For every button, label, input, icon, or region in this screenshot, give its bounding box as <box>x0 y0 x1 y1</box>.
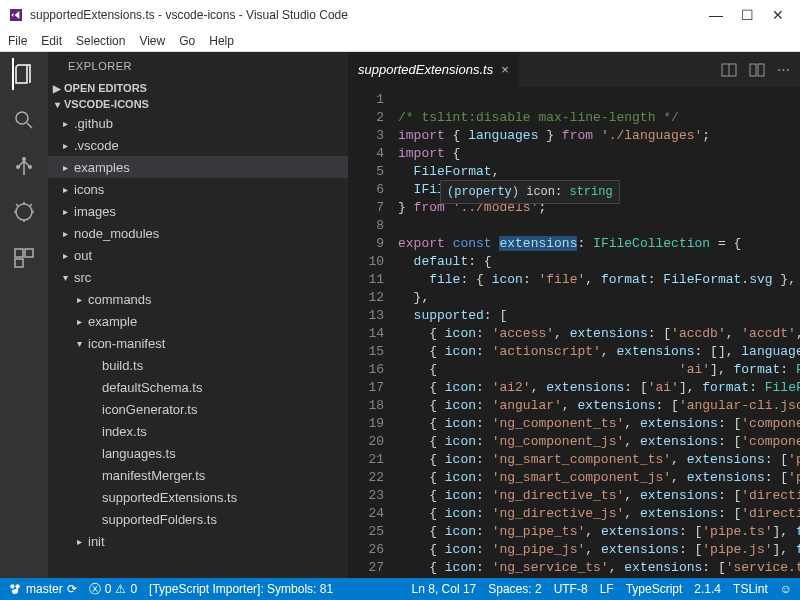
minimize-button[interactable]: — <box>709 7 723 23</box>
feedback-icon[interactable]: ☺ <box>780 582 792 596</box>
line-number: 17 <box>348 379 384 397</box>
folder-item[interactable]: ▸init <box>48 530 348 552</box>
close-window-button[interactable]: ✕ <box>772 7 784 23</box>
activity-explorer-icon[interactable] <box>12 62 36 86</box>
file-item[interactable]: supportedFolders.ts <box>48 508 348 530</box>
split-editor-icon[interactable] <box>721 62 737 78</box>
line-number: 22 <box>348 469 384 487</box>
folder-item[interactable]: ▸out <box>48 244 348 266</box>
sidebar: EXPLORER ▶ OPEN EDITORS ▾ VSCODE-ICONS ▸… <box>48 52 348 578</box>
line-numbers: 1234567891011121314151617181920212223242… <box>348 87 398 578</box>
file-item[interactable]: index.ts <box>48 420 348 442</box>
line-number: 20 <box>348 433 384 451</box>
cursor-position[interactable]: Ln 8, Col 17 <box>412 582 477 596</box>
folder-item[interactable]: ▸example <box>48 310 348 332</box>
item-label: manifestMerger.ts <box>100 468 205 483</box>
line-number: 7 <box>348 199 384 217</box>
hover-type: string <box>569 185 612 199</box>
folder-item[interactable]: ▸examples <box>48 156 348 178</box>
folder-item[interactable]: ▸icons <box>48 178 348 200</box>
eol[interactable]: LF <box>600 582 614 596</box>
folder-item[interactable]: ▸.vscode <box>48 134 348 156</box>
activity-debug-icon[interactable] <box>12 200 36 224</box>
svg-point-4 <box>16 204 32 220</box>
svg-rect-5 <box>15 249 23 257</box>
item-label: icon-manifest <box>86 336 165 351</box>
svg-point-3 <box>16 165 20 169</box>
item-label: example <box>86 314 137 329</box>
close-icon[interactable]: × <box>501 62 509 77</box>
code-editor[interactable]: 1234567891011121314151617181920212223242… <box>348 87 800 578</box>
activity-search-icon[interactable] <box>12 108 36 132</box>
svg-rect-7 <box>15 259 23 267</box>
item-label: .vscode <box>72 138 119 153</box>
svg-point-1 <box>22 157 26 161</box>
workbench: EXPLORER ▶ OPEN EDITORS ▾ VSCODE-ICONS ▸… <box>0 52 800 578</box>
ts-importer-status[interactable]: [TypeScript Importer]: Symbols: 81 <box>149 582 333 596</box>
menu-selection[interactable]: Selection <box>76 34 125 48</box>
tab-label: supportedExtensions.ts <box>358 62 493 77</box>
maximize-button[interactable]: ☐ <box>741 7 754 23</box>
item-label: index.ts <box>100 424 147 439</box>
warning-count: 0 <box>130 582 137 596</box>
line-number: 23 <box>348 487 384 505</box>
menu-edit[interactable]: Edit <box>41 34 62 48</box>
file-item[interactable]: manifestMerger.ts <box>48 464 348 486</box>
section-project[interactable]: ▾ VSCODE-ICONS <box>48 96 348 112</box>
more-icon[interactable]: ⋯ <box>777 62 790 78</box>
problems[interactable]: ⓧ0 ⚠0 <box>89 581 137 598</box>
chevron-right-icon: ▶ <box>50 83 64 94</box>
line-number: 14 <box>348 325 384 343</box>
code-content[interactable]: /* tslint:disable max-line-length */ imp… <box>398 87 800 578</box>
warning-icon: ⚠ <box>115 582 126 596</box>
line-number: 5 <box>348 163 384 181</box>
language-mode[interactable]: TypeScript <box>626 582 683 596</box>
tslint-status[interactable]: TSLint <box>733 582 768 596</box>
line-number: 13 <box>348 307 384 325</box>
git-branch[interactable]: master ⟳ <box>8 582 77 596</box>
item-label: init <box>86 534 105 549</box>
section-label: VSCODE-ICONS <box>64 98 149 110</box>
item-label: images <box>72 204 116 219</box>
file-item[interactable]: languages.ts <box>48 442 348 464</box>
sync-icon[interactable]: ⟳ <box>67 582 77 596</box>
chevron-right-icon: ▸ <box>58 140 72 151</box>
line-number: 26 <box>348 541 384 559</box>
line-number: 10 <box>348 253 384 271</box>
section-open-editors[interactable]: ▶ OPEN EDITORS <box>48 80 348 96</box>
menu-go[interactable]: Go <box>179 34 195 48</box>
file-item[interactable]: build.ts <box>48 354 348 376</box>
line-number: 27 <box>348 559 384 577</box>
layout-icon[interactable] <box>749 62 765 78</box>
folder-item[interactable]: ▸commands <box>48 288 348 310</box>
folder-item[interactable]: ▾src <box>48 266 348 288</box>
chevron-right-icon: ▸ <box>72 294 86 305</box>
file-item[interactable]: supportedExtensions.ts <box>48 486 348 508</box>
ts-version[interactable]: 2.1.4 <box>694 582 721 596</box>
window-title: supportedExtensions.ts - vscode-icons - … <box>30 8 709 22</box>
encoding[interactable]: UTF-8 <box>554 582 588 596</box>
item-label: commands <box>86 292 152 307</box>
branch-icon <box>8 582 22 596</box>
menu-file[interactable]: File <box>8 34 27 48</box>
line-number: 6 <box>348 181 384 199</box>
menu-help[interactable]: Help <box>209 34 234 48</box>
indentation[interactable]: Spaces: 2 <box>488 582 541 596</box>
editor-tabs: supportedExtensions.ts × ⋯ <box>348 52 800 87</box>
folder-item[interactable]: ▸node_modules <box>48 222 348 244</box>
folder-item[interactable]: ▾icon-manifest <box>48 332 348 354</box>
line-number: 8 <box>348 217 384 235</box>
folder-item[interactable]: ▸.github <box>48 112 348 134</box>
folder-item[interactable]: ▸images <box>48 200 348 222</box>
chevron-right-icon: ▸ <box>58 118 72 129</box>
section-label: OPEN EDITORS <box>64 82 147 94</box>
tab-active[interactable]: supportedExtensions.ts × <box>348 52 519 87</box>
activity-git-icon[interactable] <box>12 154 36 178</box>
file-item[interactable]: defaultSchema.ts <box>48 376 348 398</box>
menu-view[interactable]: View <box>139 34 165 48</box>
activity-extensions-icon[interactable] <box>12 246 36 270</box>
titlebar: supportedExtensions.ts - vscode-icons - … <box>0 0 800 30</box>
chevron-right-icon: ▸ <box>58 184 72 195</box>
item-label: iconGenerator.ts <box>100 402 197 417</box>
file-item[interactable]: iconGenerator.ts <box>48 398 348 420</box>
